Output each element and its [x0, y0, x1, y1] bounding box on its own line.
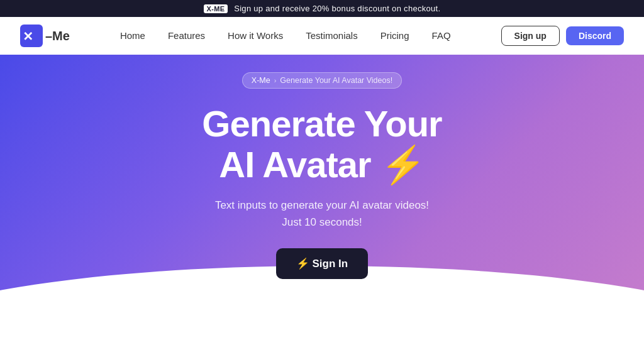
navbar-actions: Sign up Discord	[501, 26, 624, 46]
banner-message: Sign up and receive 20% bonus discount o…	[234, 4, 440, 13]
signin-button[interactable]: ⚡ Sign In	[276, 248, 368, 279]
top-banner: X-ME Sign up and receive 20% bonus disco…	[0, 0, 644, 17]
hero-subtitle: Text inputs to generate your AI avatar v…	[215, 197, 429, 231]
discover-link[interactable]: Discover X-Me	[293, 293, 351, 303]
hero-title-line1: Generate Your	[202, 103, 441, 144]
discord-button[interactable]: Discord	[566, 26, 624, 45]
breadcrumb-separator: ›	[274, 77, 277, 84]
nav-item-pricing[interactable]: Pricing	[380, 30, 409, 41]
hero-subtitle-line2: Just 10 seconds!	[282, 216, 362, 228]
hero-section: X-Me › Generate Your AI Avatar Videos! G…	[0, 55, 644, 354]
hero-subtitle-line1: Text inputs to generate your AI avatar v…	[215, 199, 429, 211]
logo[interactable]: ✕ –Me	[20, 25, 70, 47]
nav-item-home[interactable]: Home	[120, 30, 145, 41]
breadcrumb: X-Me › Generate Your AI Avatar Videos!	[242, 72, 402, 89]
breadcrumb-home[interactable]: X-Me	[252, 76, 270, 85]
nav-links: Home Features How it Works Testimonials …	[120, 30, 451, 41]
nav-item-how-it-works[interactable]: How it Works	[228, 30, 283, 41]
signup-button[interactable]: Sign up	[501, 26, 560, 46]
nav-item-features[interactable]: Features	[168, 30, 205, 41]
nav-item-testimonials[interactable]: Testimonials	[306, 30, 358, 41]
banner-brand: X-ME	[204, 4, 228, 13]
hero-title-line2: AI Avatar ⚡	[219, 144, 425, 185]
breadcrumb-current: Generate Your AI Avatar Videos!	[280, 76, 392, 85]
hero-title: Generate Your AI Avatar ⚡	[202, 104, 441, 185]
logo-text: –Me	[45, 29, 70, 43]
svg-text:✕: ✕	[23, 30, 33, 43]
logo-icon: ✕	[20, 25, 43, 47]
nav-item-faq[interactable]: FAQ	[432, 30, 451, 41]
navbar: ✕ –Me Home Features How it Works Testimo…	[0, 17, 644, 55]
